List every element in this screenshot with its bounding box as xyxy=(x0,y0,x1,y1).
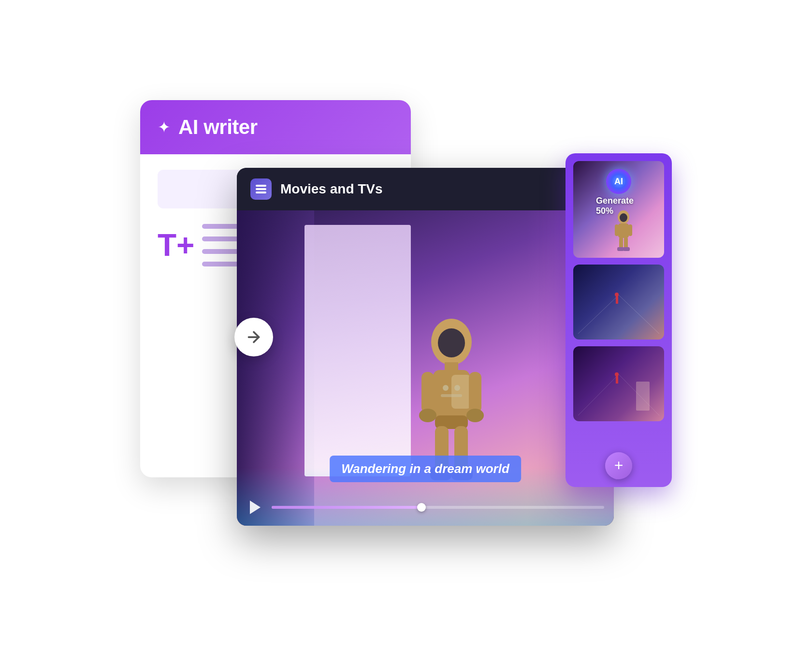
arrow-right-icon xyxy=(245,328,262,346)
svg-point-30 xyxy=(615,293,619,296)
svg-rect-22 xyxy=(628,224,632,236)
svg-rect-33 xyxy=(636,382,650,411)
ai-writer-icon: ✦ xyxy=(158,118,171,136)
progress-fill xyxy=(272,506,421,509)
svg-point-15 xyxy=(443,385,449,391)
svg-point-35 xyxy=(615,372,619,376)
thumb-img-3 xyxy=(573,346,664,421)
thumb-scene-2 xyxy=(573,275,664,335)
film-strip-1 xyxy=(256,185,266,187)
film-icon xyxy=(250,178,272,200)
ai-label: AI xyxy=(614,177,623,187)
thumbnail-panel: AI Generate 50% xyxy=(566,153,672,487)
ai-badge: AI Generate 50% xyxy=(596,169,641,216)
svg-line-31 xyxy=(578,374,619,415)
thumb-scene-3 xyxy=(573,356,664,416)
ai-orb: AI xyxy=(606,169,631,194)
film-strip-2 xyxy=(256,188,266,190)
svg-rect-17 xyxy=(441,394,462,397)
video-title: Movies and TVs xyxy=(280,181,383,197)
svg-rect-25 xyxy=(617,247,624,251)
film-strip-3 xyxy=(256,192,266,193)
svg-rect-8 xyxy=(469,372,481,413)
thumb-img-1: AI Generate 50% xyxy=(573,161,664,258)
progress-thumb xyxy=(417,503,426,512)
video-content: Wandering in a dream world xyxy=(237,210,614,526)
ai-writer-title: AI writer xyxy=(178,116,258,139)
svg-rect-29 xyxy=(616,296,618,304)
video-card: Movies and TVs xyxy=(237,168,614,526)
svg-point-2 xyxy=(438,328,465,357)
generate-label: Generate 50% xyxy=(596,196,641,216)
svg-rect-3 xyxy=(445,362,458,371)
svg-rect-6 xyxy=(421,372,434,413)
add-thumbnail-button[interactable]: + xyxy=(605,452,632,479)
play-icon xyxy=(250,501,261,514)
text-plus-icon: T+ xyxy=(158,230,194,261)
subtitle-text: Wandering in a dream world xyxy=(341,461,509,476)
svg-point-7 xyxy=(419,409,436,422)
svg-point-16 xyxy=(454,385,460,391)
play-button[interactable] xyxy=(246,499,264,516)
svg-rect-21 xyxy=(615,224,619,236)
ai-writer-header: ✦ AI writer xyxy=(140,100,411,154)
svg-rect-26 xyxy=(623,247,630,251)
thumbnail-item-3[interactable] xyxy=(573,346,664,421)
svg-rect-5 xyxy=(451,375,471,409)
svg-line-28 xyxy=(619,295,659,334)
plus-icon: + xyxy=(614,458,624,473)
film-icon-inner xyxy=(256,185,266,193)
thumb-img-2 xyxy=(573,265,664,340)
svg-rect-34 xyxy=(616,376,618,384)
thumbnail-item-1[interactable]: AI Generate 50% xyxy=(573,161,664,258)
svg-point-9 xyxy=(466,409,484,422)
video-controls xyxy=(246,499,604,516)
svg-rect-20 xyxy=(618,223,629,238)
next-arrow-button[interactable] xyxy=(234,318,273,356)
video-header: Movies and TVs xyxy=(237,168,614,210)
thumbnail-item-2[interactable] xyxy=(573,265,664,340)
subtitle-bar: Wandering in a dream world xyxy=(330,456,521,482)
progress-bar[interactable] xyxy=(272,506,604,509)
bg-window xyxy=(304,225,411,476)
svg-line-27 xyxy=(578,295,619,334)
